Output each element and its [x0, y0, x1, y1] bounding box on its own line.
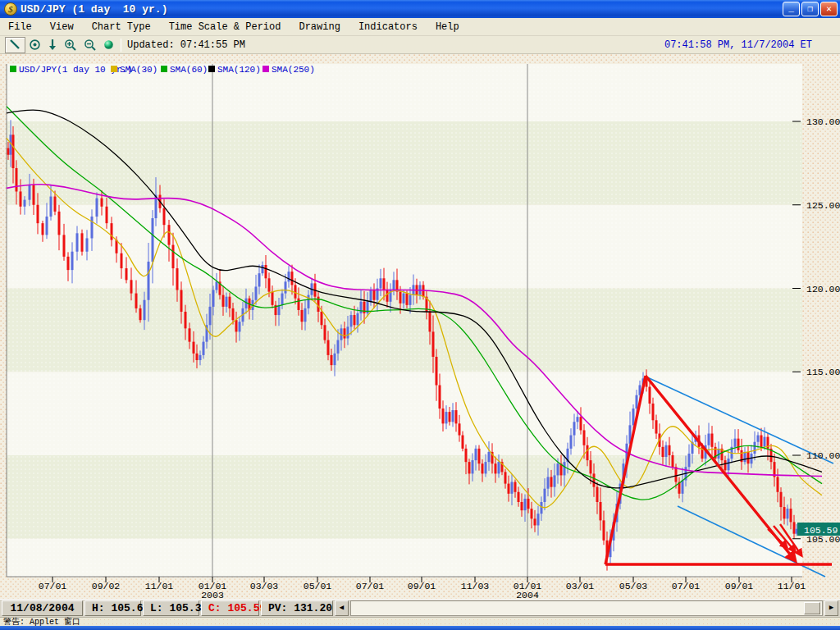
horizontal-scrollbar[interactable] [350, 600, 823, 616]
restore-button[interactable]: ❐ [801, 2, 819, 16]
line-tool-button[interactable] [5, 37, 25, 53]
title-bar[interactable]: $ USD/JPY (1 day 10 yr.) _ ❐ ✕ [0, 0, 840, 18]
app-window: $ USD/JPY (1 day 10 yr.) _ ❐ ✕ FileViewC… [0, 0, 840, 630]
zoom-out-button[interactable] [80, 37, 100, 53]
crosshair-icon [29, 39, 41, 51]
y-tick-label: 110.00 [806, 450, 840, 461]
x-tick-year: 2004 [516, 590, 539, 599]
x-tick-year: 2003 [201, 590, 224, 599]
x-tick-label: 09/01 [725, 581, 754, 591]
x-tick-label: 09/02 [92, 581, 121, 591]
zoom-in-button[interactable] [61, 37, 80, 53]
menu-item-indicators[interactable]: Indicators [358, 21, 418, 33]
x-tick-label: 07/01 [672, 581, 701, 591]
x-tick-label: 11/01 [778, 581, 806, 591]
quote-close: C: 105.59 [201, 600, 259, 616]
down-arrow-icon [48, 39, 57, 51]
last-price-flag: 105.59 [797, 523, 840, 536]
legend-item-sma-250-: SMA(250) [272, 65, 315, 75]
updated-timestamp: Updated: 07:41:55 PM [127, 39, 245, 51]
window-title: USD/JPY (1 day 10 yr.) [21, 3, 167, 16]
svg-text:105.59: 105.59 [804, 525, 838, 536]
scroll-left-button[interactable]: ◀ [335, 600, 349, 616]
status-bar: 警告: Applet 窗口 [0, 617, 840, 626]
x-tick-label: 05/01 [304, 581, 332, 591]
legend-item-sma-60-: SMA(60) [170, 65, 208, 75]
legend-item-sma-120-: SMA(120) [217, 65, 261, 75]
scrollbar-thumb[interactable] [804, 602, 820, 614]
legend-swatch-usd-jpy-1-day-10-yr- [10, 66, 16, 72]
menu-item-file[interactable]: File [8, 21, 32, 33]
quote-low: L: 105.32 [143, 600, 199, 616]
menu-item-time-scale-period[interactable]: Time Scale & Period [169, 21, 281, 33]
y-tick-label: 130.00 [806, 116, 840, 127]
zoom-in-icon [64, 39, 77, 52]
quote-bar: 11/08/2004 H: 105.65 L: 105.32 C: 105.59… [0, 599, 840, 617]
app-coin-icon: $ [4, 2, 17, 16]
legend-swatch-sma-250- [262, 66, 269, 72]
x-tick-label: 03/01 [566, 581, 595, 591]
legend-swatch-sma-60- [161, 66, 167, 72]
window-bottom-border [0, 626, 840, 630]
crosshair-tool-button[interactable] [25, 37, 44, 53]
menu-item-view[interactable]: View [50, 21, 74, 33]
x-tick-label: 11/01 [145, 581, 174, 591]
x-tick-label: 11/03 [461, 581, 490, 591]
quote-date: 11/08/2004 [2, 600, 83, 616]
x-tick-label: 07/01 [356, 581, 385, 591]
y-tick-label: 120.00 [806, 284, 840, 294]
legend-swatch-sma-30- [111, 66, 117, 72]
menu-bar: FileViewChart TypeTime Scale & PeriodDra… [0, 18, 840, 36]
line-tool-icon [9, 39, 21, 51]
quote-pv: PV: 131.20 [261, 600, 333, 616]
menu-item-help[interactable]: Help [436, 21, 459, 33]
x-tick-label: 03/03 [250, 581, 279, 591]
y-tick-label: 125.00 [806, 200, 840, 211]
chart-region: 130.00125.00120.00115.00110.00105.0007/0… [0, 54, 840, 599]
y-tick-label: 115.00 [806, 367, 840, 377]
x-tick-label: 07/01 [39, 581, 67, 591]
minimize-button[interactable]: _ [783, 2, 800, 16]
exchange-clock: 07:41:58 PM, 11/7/2004 ET [664, 39, 812, 51]
snapshot-ball-button[interactable] [100, 37, 117, 53]
toolbar-separator [121, 39, 121, 52]
green-ball-icon [103, 39, 114, 50]
x-tick-label: 05/03 [619, 581, 648, 591]
menu-item-drawing[interactable]: Drawing [299, 21, 340, 33]
legend-swatch-sma-120- [208, 66, 215, 72]
menu-item-chart-type[interactable]: Chart Type [92, 21, 151, 33]
quote-high: H: 105.65 [84, 600, 141, 616]
x-tick-label: 09/01 [408, 581, 436, 591]
scroll-right-button[interactable]: ▶ [824, 600, 838, 616]
down-arrow-tool-button[interactable] [44, 37, 61, 53]
price-chart[interactable]: 130.00125.00120.00115.00110.00105.0007/0… [0, 54, 840, 599]
toolbar: Updated: 07:41:55 PM 07:41:58 PM, 11/7/2… [0, 36, 840, 54]
zoom-out-icon [84, 39, 97, 52]
legend-item-sma-30-: SMA(30) [120, 65, 158, 75]
close-button[interactable]: ✕ [820, 2, 838, 16]
